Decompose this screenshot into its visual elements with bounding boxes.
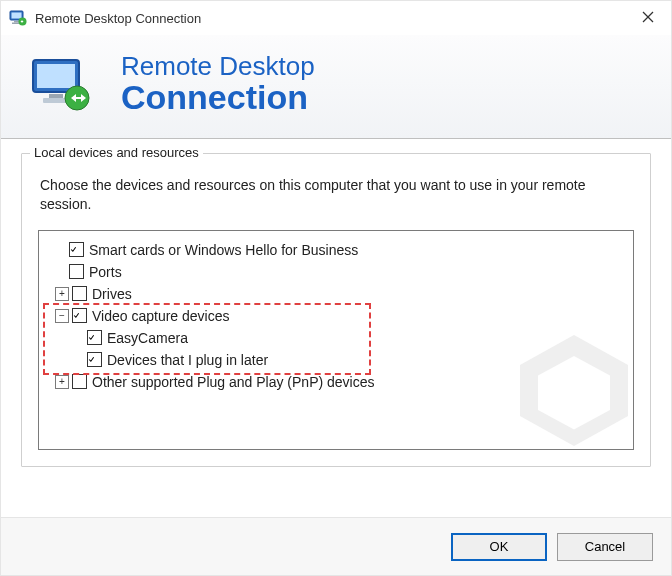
banner-line2: Connection [121, 80, 315, 116]
tree-label: Other supported Plug and Play (PnP) devi… [92, 374, 375, 390]
tree-label: EasyCamera [107, 330, 188, 346]
svg-rect-1 [12, 13, 22, 19]
close-button[interactable] [625, 1, 671, 35]
svg-rect-2 [14, 21, 19, 23]
tree-item-pnp[interactable]: + Other supported Plug and Play (PnP) de… [47, 371, 625, 393]
expand-plus-icon[interactable]: + [55, 375, 69, 389]
checkbox-pnp[interactable] [72, 374, 87, 389]
banner-line1: Remote Desktop [121, 53, 315, 80]
checkbox-plug-later[interactable] [87, 352, 102, 367]
ok-button[interactable]: OK [451, 533, 547, 561]
groupbox-local-devices: Local devices and resources Choose the d… [21, 153, 651, 467]
tree-label: Drives [92, 286, 132, 302]
rdc-banner-icon [29, 56, 93, 112]
tree-item-ports[interactable]: Ports [47, 261, 625, 283]
tree-item-drives[interactable]: + Drives [47, 283, 625, 305]
tree-label: Devices that I plug in later [107, 352, 268, 368]
content-area: Local devices and resources Choose the d… [1, 139, 671, 517]
tree-item-easycamera[interactable]: EasyCamera [47, 327, 625, 349]
checkbox-ports[interactable] [69, 264, 84, 279]
tree-label: Video capture devices [92, 308, 230, 324]
titlebar: Remote Desktop Connection [1, 1, 671, 35]
cancel-button[interactable]: Cancel [557, 533, 653, 561]
checkbox-drives[interactable] [72, 286, 87, 301]
tree-item-smart-cards[interactable]: Smart cards or Windows Hello for Busines… [47, 239, 625, 261]
rdc-titlebar-icon [9, 9, 27, 27]
expand-minus-icon[interactable]: − [55, 309, 69, 323]
banner-title: Remote Desktop Connection [121, 53, 315, 116]
checkbox-smart-cards[interactable] [69, 242, 84, 257]
checkbox-easycamera[interactable] [87, 330, 102, 345]
checkbox-video[interactable] [72, 308, 87, 323]
group-instruction: Choose the devices and resources on this… [40, 176, 632, 214]
banner: Remote Desktop Connection [1, 35, 671, 138]
svg-rect-9 [49, 94, 63, 98]
svg-rect-8 [37, 64, 75, 88]
tree-item-video[interactable]: − Video capture devices [47, 305, 625, 327]
tree-item-plug-later[interactable]: Devices that I plug in later [47, 349, 625, 371]
expand-plus-icon[interactable]: + [55, 287, 69, 301]
rdc-dialog: Remote Desktop Connection Remote Desktop… [0, 0, 672, 576]
dialog-footer: OK Cancel [1, 517, 671, 575]
tree-label: Smart cards or Windows Hello for Busines… [89, 242, 358, 258]
tree-label: Ports [89, 264, 122, 280]
device-tree[interactable]: Smart cards or Windows Hello for Busines… [38, 230, 634, 450]
close-icon [642, 9, 654, 27]
groupbox-label: Local devices and resources [30, 145, 203, 160]
titlebar-text: Remote Desktop Connection [35, 11, 201, 26]
